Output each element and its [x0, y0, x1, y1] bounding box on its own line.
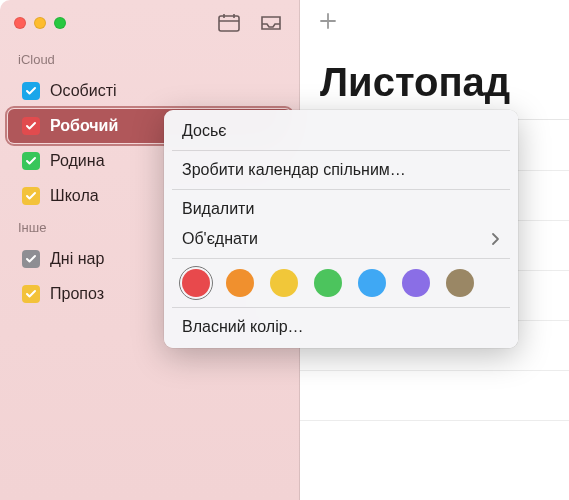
menu-item-label: Об'єднати — [182, 230, 258, 248]
calendar-icon[interactable] — [215, 12, 243, 34]
menu-item-delete[interactable]: Видалити — [164, 194, 518, 224]
calendar-checkbox[interactable] — [22, 117, 40, 135]
menu-item-merge[interactable]: Об'єднати — [164, 224, 518, 254]
minimize-window-button[interactable] — [34, 17, 46, 29]
color-swatch[interactable] — [358, 269, 386, 297]
calendar-context-menu: Досьє Зробити календар спільним… Видалит… — [164, 110, 518, 348]
calendar-label: Родина — [50, 152, 105, 170]
menu-item-info[interactable]: Досьє — [164, 116, 518, 146]
color-swatch[interactable] — [402, 269, 430, 297]
calendar-checkbox[interactable] — [22, 152, 40, 170]
sidebar-calendar-item[interactable]: Особисті — [8, 74, 291, 108]
calendar-label: Особисті — [50, 82, 117, 100]
titlebar — [0, 0, 299, 46]
menu-separator — [172, 307, 510, 308]
menu-separator — [172, 189, 510, 190]
window-controls — [14, 17, 66, 29]
calendar-label: Школа — [50, 187, 99, 205]
calendar-checkbox[interactable] — [22, 82, 40, 100]
add-event-button[interactable] — [318, 9, 338, 37]
calendar-checkbox[interactable] — [22, 250, 40, 268]
sidebar-section-header: iCloud — [0, 46, 299, 73]
svg-rect-0 — [219, 16, 239, 31]
menu-item-label: Досьє — [182, 122, 226, 140]
color-swatch[interactable] — [314, 269, 342, 297]
fullscreen-window-button[interactable] — [54, 17, 66, 29]
calendar-checkbox[interactable] — [22, 285, 40, 303]
menu-item-custom-color[interactable]: Власний колір… — [164, 312, 518, 342]
color-swatch[interactable] — [446, 269, 474, 297]
color-swatch[interactable] — [226, 269, 254, 297]
calendar-checkbox[interactable] — [22, 187, 40, 205]
month-title: Листопад — [300, 46, 569, 120]
close-window-button[interactable] — [14, 17, 26, 29]
menu-item-share[interactable]: Зробити календар спільним… — [164, 155, 518, 185]
calendar-label: Робочий — [50, 117, 118, 135]
menu-separator — [172, 150, 510, 151]
color-picker-row — [164, 263, 518, 303]
inbox-icon[interactable] — [257, 12, 285, 34]
calendar-label: Пропоз — [50, 285, 104, 303]
calendar-label: Дні нар — [50, 250, 104, 268]
menu-item-label: Зробити календар спільним… — [182, 161, 406, 179]
menu-item-label: Видалити — [182, 200, 254, 218]
color-swatch[interactable] — [182, 269, 210, 297]
color-swatch[interactable] — [270, 269, 298, 297]
main-toolbar — [300, 0, 569, 46]
menu-item-label: Власний колір… — [182, 318, 304, 336]
menu-separator — [172, 258, 510, 259]
chevron-right-icon — [491, 232, 500, 246]
